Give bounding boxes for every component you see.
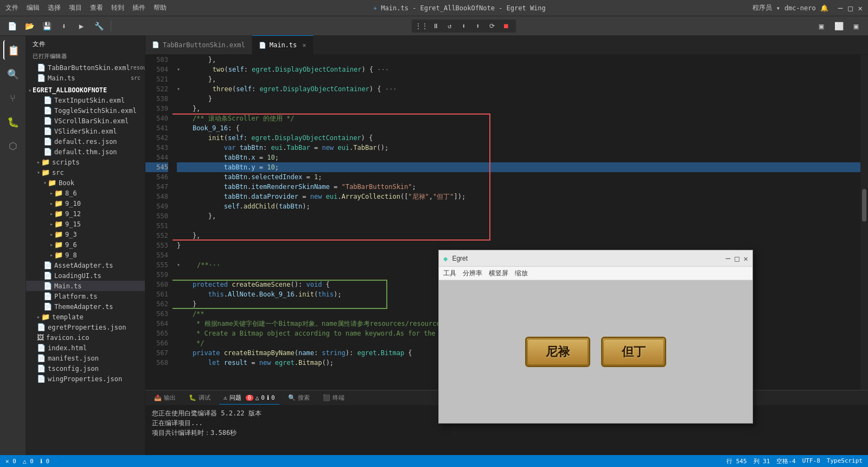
panel-left-button[interactable]: ▣ — [814, 20, 829, 33]
activity-extensions[interactable]: ⬡ — [3, 136, 23, 155]
debug-stepinto-button[interactable]: ⬇ — [457, 21, 470, 31]
menu-edit[interactable]: 编辑 — [27, 3, 40, 12]
fold-522[interactable]: ▾ — [177, 84, 180, 94]
open-file-button[interactable]: 📂 — [22, 20, 37, 33]
restore-button[interactable]: □ — [848, 4, 852, 12]
minimize-button[interactable]: ─ — [838, 4, 843, 12]
menu-project[interactable]: 项目 — [69, 3, 82, 12]
panel-tab-search[interactable]: 🔍 搜索 — [284, 392, 314, 404]
sidebar-item-9_3[interactable]: ▸ 📁9_3 — [26, 229, 145, 239]
panel-tab-terminal[interactable]: ⬛ 终端 — [318, 392, 349, 404]
fold-555[interactable]: ▾ — [177, 260, 180, 270]
sidebar-item-egretprops[interactable]: 📄egretProperties.json — [26, 322, 145, 332]
egret-restore-button[interactable]: □ — [735, 254, 739, 263]
open-editor-main[interactable]: 📄 Main.ts src — [26, 73, 145, 83]
egret-btn-danding[interactable]: 但丁 — [601, 337, 666, 367]
sidebar-item-book[interactable]: ▾ 📁Book — [26, 178, 145, 188]
run-button[interactable]: ▶ — [74, 20, 89, 33]
9_8-fold-icon[interactable]: ▸ — [50, 252, 53, 258]
egret-menu-orientation[interactable]: 横竖屏 — [489, 269, 508, 278]
tab-main[interactable]: 📄 Main.ts ✕ — [252, 35, 314, 54]
sidebar-item-8_6[interactable]: ▸ 📁8_6 — [26, 188, 145, 198]
panel-right-button[interactable]: ▣ — [848, 20, 864, 33]
sidebar-item-favicon[interactable]: 🖼favicon.ico — [26, 332, 145, 343]
open-editor-tabbar[interactable]: 📄 TabBarButtonSkin.exml resource — [26, 62, 145, 73]
sidebar-item-tsconfig[interactable]: 📄tsconfig.json — [26, 363, 145, 374]
window-controls[interactable]: ─ □ ✕ — [838, 4, 863, 12]
sidebar-item-index[interactable]: 📄index.html — [26, 343, 145, 353]
book-fold-icon[interactable]: ▾ — [43, 180, 47, 186]
menu-select[interactable]: 选择 — [48, 3, 61, 12]
menu-help[interactable]: 帮助 — [154, 3, 167, 12]
panel-tab-debug[interactable]: 🐛 调试 — [184, 392, 215, 404]
main-tab-close[interactable]: ✕ — [302, 41, 306, 49]
9_12-fold-icon[interactable]: ▸ — [50, 211, 53, 217]
debug-reload-button[interactable]: ⟳ — [486, 21, 499, 31]
sidebar-item-9_10[interactable]: ▸ 📁9_10 — [26, 198, 145, 209]
menu-goto[interactable]: 转到 — [111, 3, 124, 12]
activity-debug[interactable]: 🐛 — [3, 112, 23, 131]
egret-btn-nielu[interactable]: 尼禄 — [525, 337, 590, 367]
template-fold-icon[interactable]: ▸ — [37, 314, 40, 320]
sidebar-item-themeadapter[interactable]: 📄ThemeAdapter.ts — [26, 301, 145, 312]
egret-menu-zoom[interactable]: 缩放 — [515, 269, 528, 278]
panel-tab-output[interactable]: 📤 输出 — [150, 392, 180, 404]
9_3-fold-icon[interactable]: ▸ — [50, 231, 53, 237]
activity-explorer[interactable]: 📋 — [3, 40, 23, 60]
menu-plugins[interactable]: 插件 — [132, 3, 145, 12]
debug-grid-button[interactable]: ⋮⋮ — [415, 21, 428, 31]
sidebar-item-9_6[interactable]: ▸ 📁9_6 — [26, 239, 145, 250]
sidebar-item-9_12[interactable]: ▸ 📁9_12 — [26, 209, 145, 219]
egret-minimize-button[interactable]: ─ — [726, 254, 730, 263]
sidebar-item-vslider[interactable]: 📄VSliderSkin.exml — [26, 126, 145, 136]
menu-view[interactable]: 查看 — [90, 3, 103, 12]
panel-tab-problems[interactable]: ⚠ 问题 0 △ 0 ℹ 0 — [219, 392, 279, 405]
close-button[interactable]: ✕ — [858, 4, 863, 12]
sidebar-item-platform[interactable]: 📄Platform.ts — [26, 291, 145, 301]
scrollbar-thumb[interactable] — [862, 189, 866, 222]
dropdown-icon[interactable]: ▾ — [776, 4, 780, 12]
9_6-fold-icon[interactable]: ▸ — [50, 242, 53, 248]
menu-bar[interactable]: 文件 编辑 选择 项目 查看 转到 插件 帮助 — [5, 3, 167, 12]
sidebar-item-9_15[interactable]: ▸ 📁9_15 — [26, 219, 145, 229]
debug-pause-button[interactable]: ⏸ — [429, 21, 442, 31]
activity-git[interactable]: ⑂ — [3, 88, 23, 108]
egret-win-controls[interactable]: ─ □ ✕ — [726, 254, 748, 263]
sidebar-item-vscrollbar[interactable]: 📄VScrollBarSkin.exml — [26, 116, 145, 126]
sidebar-item-scripts[interactable]: ▸ 📁scripts — [26, 157, 145, 167]
sidebar-item-textinput[interactable]: 📄TextInputSkin.exml — [26, 95, 145, 105]
egret-close-button[interactable]: ✕ — [744, 254, 748, 263]
8_6-fold-icon[interactable]: ▸ — [50, 190, 53, 196]
sidebar-item-assetadapter[interactable]: 📄AssetAdapter.ts — [26, 260, 145, 270]
sidebar-item-default-thm[interactable]: 📄default.thm.json — [26, 147, 145, 157]
save-file-button[interactable]: 💾 — [39, 20, 54, 33]
egret-menu-resolution[interactable]: 分辨率 — [463, 269, 482, 278]
editor-scrollbar[interactable] — [860, 55, 868, 390]
notification-icon[interactable]: 🔔 — [820, 4, 828, 12]
debug-start-button[interactable]: 🔧 — [91, 20, 106, 33]
sidebar-item-manifest[interactable]: 📄manifest.json — [26, 353, 145, 363]
sidebar-item-9_8[interactable]: ▸ 📁9_8 — [26, 250, 145, 260]
menu-file[interactable]: 文件 — [5, 3, 18, 12]
debug-stepout-button[interactable]: ⬆ — [471, 21, 484, 31]
scripts-fold-icon[interactable]: ▸ — [37, 159, 40, 165]
new-file-button[interactable]: 📄 — [4, 20, 20, 33]
sidebar-item-src[interactable]: ▾ 📁src — [26, 167, 145, 178]
sidebar-item-template[interactable]: ▸ 📁template — [26, 312, 145, 322]
sidebar-item-toggleswitch[interactable]: 📄ToggleSwitchSkin.exml — [26, 105, 145, 116]
src-fold-icon[interactable]: ▾ — [37, 169, 40, 175]
activity-search[interactable]: 🔍 — [3, 64, 23, 84]
panel-bottom-button[interactable]: ⬜ — [831, 20, 846, 33]
tab-tabbar[interactable]: 📄 TabBarButtonSkin.exml — [145, 35, 252, 54]
project-name[interactable]: ▾ EGRET_ALLBOOKOFNOTE — [26, 85, 145, 95]
debug-restart-button[interactable]: ↺ — [443, 21, 456, 31]
sidebar-item-loadingui[interactable]: 📄LoadingUI.ts — [26, 270, 145, 281]
project-fold-icon[interactable]: ▾ — [28, 87, 31, 93]
egret-menu-tools[interactable]: 工具 — [443, 269, 456, 278]
sidebar-item-default-res[interactable]: 📄default.res.json — [26, 136, 145, 147]
debug-stop-button[interactable]: ⏹ — [500, 21, 513, 31]
9_15-fold-icon[interactable]: ▸ — [50, 221, 53, 227]
build-button[interactable]: ⬇ — [56, 20, 72, 33]
fold-504[interactable]: ▾ — [177, 65, 180, 74]
sidebar-item-wingprops[interactable]: 📄wingProperties.json — [26, 374, 145, 384]
